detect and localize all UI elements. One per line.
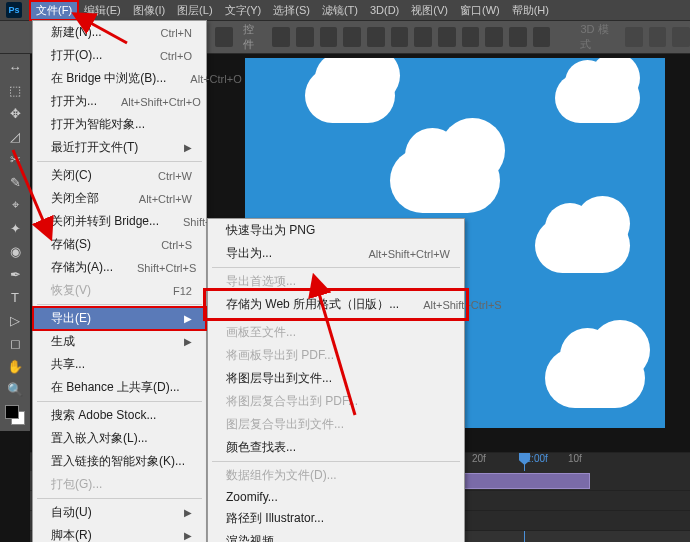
menu-item-6[interactable]: 滤镜(T)	[316, 1, 364, 20]
tool-6[interactable]: ⌖	[2, 194, 28, 216]
menu-item-label: 导出(E)	[51, 310, 91, 327]
menu-shortcut: Alt+Shift+Ctrl+O	[121, 96, 201, 108]
opt-btn-7[interactable]	[414, 27, 432, 47]
opt-btn-9[interactable]	[462, 27, 480, 47]
tool-13[interactable]: ✋	[2, 355, 28, 377]
menu-item[interactable]: Zoomify...	[208, 487, 464, 507]
menu-item[interactable]: 在 Bridge 中浏览(B)...Alt+Ctrl+O	[33, 67, 206, 90]
tool-3[interactable]: ◿	[2, 125, 28, 147]
menu-item[interactable]: 存储为(A)...Shift+Ctrl+S	[33, 256, 206, 279]
opt-btn-8[interactable]	[438, 27, 456, 47]
menu-item-9[interactable]: 窗口(W)	[454, 1, 506, 20]
menu-item-5[interactable]: 选择(S)	[267, 1, 316, 20]
menu-item[interactable]: 导出为...Alt+Shift+Ctrl+W	[208, 242, 464, 265]
menu-item[interactable]: 最近打开文件(T)▶	[33, 136, 206, 159]
menu-item: 导出首选项...	[208, 270, 464, 293]
menu-item[interactable]: 置入嵌入对象(L)...	[33, 427, 206, 450]
opt-btn-6[interactable]	[391, 27, 409, 47]
menu-item-1[interactable]: 编辑(E)	[78, 1, 127, 20]
menu-shortcut: Alt+Shift+Ctrl+W	[368, 248, 450, 260]
tool-5[interactable]: ✎	[2, 171, 28, 193]
menu-item-0[interactable]: 文件(F)	[30, 1, 78, 20]
menu-shortcut: Ctrl+O	[160, 50, 192, 62]
tool-11[interactable]: ▷	[2, 309, 28, 331]
tool-1[interactable]: ⬚	[2, 79, 28, 101]
mode3d-label: 3D 模式	[576, 20, 619, 54]
menu-item-label: 恢复(V)	[51, 282, 91, 299]
menu-item[interactable]: 关闭并转到 Bridge...Shift+Ctrl+W	[33, 210, 206, 233]
menu-item[interactable]: 置入链接的智能对象(K)...	[33, 450, 206, 473]
tool-2[interactable]: ✥	[2, 102, 28, 124]
menu-item: 将画板导出到 PDF...	[208, 344, 464, 367]
menu-item-label: 导出首选项...	[226, 273, 296, 290]
tool-0[interactable]: ↔	[2, 56, 28, 78]
tool-8[interactable]: ◉	[2, 240, 28, 262]
file-menu-dropdown: 新建(N)...Ctrl+N打开(O)...Ctrl+O在 Bridge 中浏览…	[32, 20, 207, 542]
menu-item[interactable]: 脚本(R)▶	[33, 524, 206, 542]
tool-14[interactable]: 🔍	[2, 378, 28, 400]
opt-btn-12[interactable]	[533, 27, 551, 47]
menu-item: 图层复合导出到文件...	[208, 413, 464, 436]
menu-item-label: 快速导出为 PNG	[226, 222, 315, 239]
menu-item-10[interactable]: 帮助(H)	[506, 1, 555, 20]
menu-item[interactable]: 导出(E)▶	[33, 307, 206, 330]
menu-item-label: 打包(G)...	[51, 476, 102, 493]
menu-item[interactable]: 关闭全部Alt+Ctrl+W	[33, 187, 206, 210]
menu-item[interactable]: 打开为智能对象...	[33, 113, 206, 136]
tool-12[interactable]: ◻	[2, 332, 28, 354]
menu-item-label: 渲染视频...	[226, 533, 284, 542]
opt-btn-3[interactable]	[320, 27, 338, 47]
menu-item[interactable]: 自动(U)▶	[33, 501, 206, 524]
menu-item-label: 打开为智能对象...	[51, 116, 145, 133]
opt-btn-2[interactable]	[296, 27, 314, 47]
menu-item-label: 将图层复合导出到 PDF...	[226, 393, 358, 410]
menu-item-3[interactable]: 图层(L)	[171, 1, 218, 20]
opt-btn-5[interactable]	[367, 27, 385, 47]
menu-item[interactable]: 生成▶	[33, 330, 206, 353]
opt-btn-13[interactable]	[625, 27, 643, 47]
tool-10[interactable]: T	[2, 286, 28, 308]
opt-btn-4[interactable]	[343, 27, 361, 47]
opt-btn-15[interactable]	[672, 27, 690, 47]
menu-item[interactable]: 在 Behance 上共享(D)...	[33, 376, 206, 399]
menu-item[interactable]: 颜色查找表...	[208, 436, 464, 459]
opt-btn-14[interactable]	[649, 27, 667, 47]
menu-item-2[interactable]: 图像(I)	[127, 1, 171, 20]
opt-btn-1[interactable]	[272, 27, 290, 47]
chevron-right-icon: ▶	[184, 507, 192, 518]
menu-item[interactable]: 将图层导出到文件...	[208, 367, 464, 390]
tool-7[interactable]: ✦	[2, 217, 28, 239]
menu-item[interactable]: 渲染视频...	[208, 530, 464, 542]
menu-item-7[interactable]: 3D(D)	[364, 2, 405, 18]
menu-item[interactable]: 搜索 Adobe Stock...	[33, 404, 206, 427]
menu-separator	[37, 498, 202, 499]
menu-shortcut: Alt+Shift+Ctrl+S	[423, 299, 502, 311]
menu-item: 恢复(V)F12	[33, 279, 206, 302]
menu-item[interactable]: 存储为 Web 所用格式（旧版）...Alt+Shift+Ctrl+S	[208, 293, 464, 316]
export-submenu-dropdown: 快速导出为 PNG导出为...Alt+Shift+Ctrl+W导出首选项...存…	[207, 218, 465, 542]
menu-separator	[212, 318, 460, 319]
menu-item-label: 打开(O)...	[51, 47, 102, 64]
menu-item[interactable]: 打开(O)...Ctrl+O	[33, 44, 206, 67]
opt-btn-11[interactable]	[509, 27, 527, 47]
menu-item: 打包(G)...	[33, 473, 206, 496]
tool-9[interactable]: ✒	[2, 263, 28, 285]
opt-btn-10[interactable]	[485, 27, 503, 47]
color-swatches[interactable]	[5, 405, 25, 425]
menu-item[interactable]: 快速导出为 PNG	[208, 219, 464, 242]
menu-item[interactable]: 共享...	[33, 353, 206, 376]
menu-item-label: 将图层导出到文件...	[226, 370, 332, 387]
menu-item-label: 数据组作为文件(D)...	[226, 467, 337, 484]
menu-item-4[interactable]: 文字(Y)	[219, 1, 268, 20]
menu-item[interactable]: 路径到 Illustrator...	[208, 507, 464, 530]
menu-item[interactable]: 新建(N)...Ctrl+N	[33, 21, 206, 44]
menu-item[interactable]: 关闭(C)Ctrl+W	[33, 164, 206, 187]
menu-item[interactable]: 存储(S)Ctrl+S	[33, 233, 206, 256]
optbar-icon[interactable]	[215, 27, 233, 47]
menu-item-8[interactable]: 视图(V)	[405, 1, 454, 20]
menu-item-label: 新建(N)...	[51, 24, 102, 41]
tool-4[interactable]: ✂	[2, 148, 28, 170]
menu-item[interactable]: 打开为...Alt+Shift+Ctrl+O	[33, 90, 206, 113]
menu-item-label: 脚本(R)	[51, 527, 92, 542]
menu-item-label: 关闭(C)	[51, 167, 92, 184]
